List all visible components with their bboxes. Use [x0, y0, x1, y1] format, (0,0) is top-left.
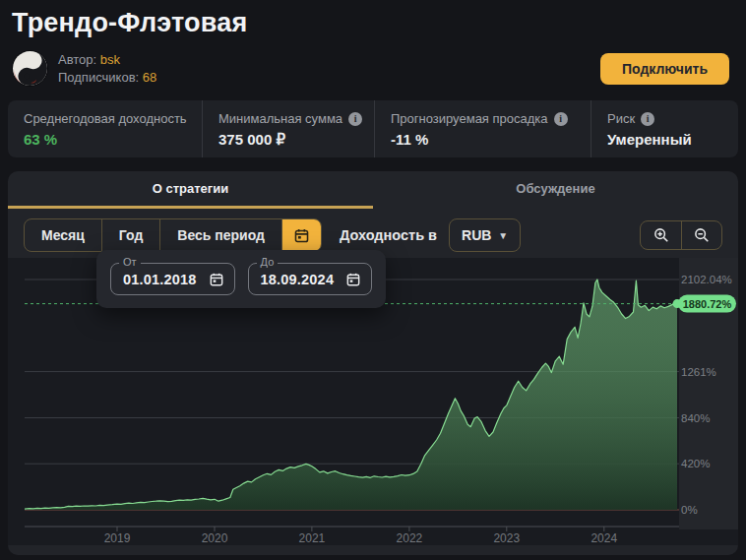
zoom-in-icon [653, 226, 670, 244]
header: Трендо-Флэтовая Автор: bsk Подписчиков: … [8, 0, 738, 87]
info-icon[interactable]: i [554, 112, 568, 126]
currency-value: RUB [462, 227, 491, 243]
date-to-field[interactable]: До 18.09.2024 [248, 263, 373, 295]
svg-text:2024: 2024 [591, 531, 617, 545]
stat-label: Рискi [607, 111, 738, 126]
subscribers-line: Подписчиков: 68 [58, 69, 156, 87]
svg-text:2023: 2023 [493, 531, 520, 545]
date-from-value: 01.01.2018 [123, 272, 197, 287]
calendar-icon[interactable] [345, 272, 361, 287]
tabs: О стратегии Обсуждение [8, 171, 738, 209]
tab-about-strategy[interactable]: О стратегии [8, 171, 373, 209]
chart-controls: Месяц Год Весь период Доходность в [8, 209, 738, 252]
yin-yang-icon [12, 50, 48, 87]
date-from-label: От [119, 256, 141, 268]
chart-section: 2019202020212022202320240%420%840%1261%2… [8, 258, 738, 545]
author-info: Автор: bsk Подписчиков: 68 [58, 51, 156, 87]
stat-drawdown: Прогнозируемая просадкаi -11 % [374, 100, 591, 157]
strategy-page: Трендо-Флэтовая Автор: bsk Подписчиков: … [0, 0, 746, 555]
period-custom-calendar-button[interactable] [281, 219, 321, 251]
zoom-controls [640, 220, 722, 250]
stat-min-sum: Минимальная суммаi 375 000 ₽ [202, 100, 374, 157]
tab-discussion[interactable]: Обсуждение [373, 171, 738, 209]
currency-label: Доходность в [340, 227, 437, 243]
currency-dropdown[interactable]: RUB ▼ [449, 218, 521, 252]
subscribers-count: 68 [143, 70, 156, 85]
info-icon[interactable]: i [641, 112, 654, 126]
stat-label: Среднегодовая доходность [24, 111, 202, 126]
svg-text:1261%: 1261% [681, 366, 716, 378]
calendar-icon[interactable] [209, 272, 224, 287]
svg-text:420%: 420% [681, 458, 710, 469]
svg-text:2022: 2022 [397, 531, 423, 545]
zoom-out-button[interactable] [681, 221, 721, 249]
date-range-popup: От 01.01.2018 До 18.09.2024 [96, 250, 386, 308]
connect-button[interactable]: Подключить [600, 53, 729, 85]
strategy-panel: О стратегии Обсуждение Месяц Год Весь пе… [8, 171, 738, 555]
svg-text:1880.72%: 1880.72% [683, 298, 732, 310]
stats-bar: Среднегодовая доходность 63 % Минимальна… [8, 100, 738, 157]
calendar-icon [293, 227, 310, 244]
author-row: Автор: bsk Подписчиков: 68 Подключить [12, 50, 734, 87]
period-year-button[interactable]: Год [101, 219, 160, 251]
info-icon[interactable]: i [348, 112, 362, 126]
author-line: Автор: bsk [58, 51, 156, 69]
date-to-label: До [257, 256, 279, 268]
author-label: Автор: [58, 52, 96, 67]
period-all-button[interactable]: Весь период [159, 219, 281, 251]
stat-risk: Рискi Умеренный [591, 100, 738, 157]
date-from-field[interactable]: От 01.01.2018 [110, 263, 235, 295]
stat-label: Минимальная суммаi [218, 111, 374, 126]
svg-text:2021: 2021 [299, 531, 326, 545]
subscribers-label: Подписчиков: [58, 70, 139, 85]
svg-text:0%: 0% [681, 504, 698, 516]
date-to-value: 18.09.2024 [261, 272, 335, 287]
stat-label: Прогнозируемая просадкаi [391, 111, 591, 126]
stat-value: 63 % [24, 131, 202, 148]
stat-value: -11 % [391, 131, 591, 148]
svg-text:2019: 2019 [104, 531, 131, 545]
page-title: Трендо-Флэтовая [12, 6, 734, 38]
zoom-out-icon [693, 226, 711, 244]
chevron-down-icon: ▼ [498, 230, 508, 241]
zoom-in-button[interactable] [641, 221, 681, 249]
stat-annual-return: Среднегодовая доходность 63 % [8, 100, 202, 157]
author-name-link[interactable]: bsk [100, 52, 120, 67]
author-avatar[interactable] [12, 50, 48, 87]
svg-text:2020: 2020 [202, 531, 228, 545]
stat-value: 375 000 ₽ [218, 131, 374, 149]
svg-text:840%: 840% [681, 412, 710, 424]
stat-value: Умеренный [607, 131, 738, 148]
period-month-button[interactable]: Месяц [25, 219, 101, 251]
svg-text:2102.04%: 2102.04% [681, 274, 732, 285]
period-selector: Месяц Год Весь период [24, 218, 322, 252]
